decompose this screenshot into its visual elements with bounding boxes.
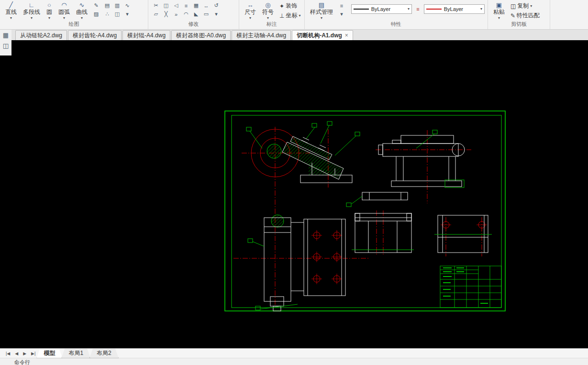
ribbon-group-modify: ✂ ◫ ◁ ≡ ▦ ↔ ↺ ▱ ╳ » ◠ ◣ ▭ ▾ 修改 [148,0,239,29]
paste-button-label: 粘贴 [493,8,505,16]
file-tab-label: 横封齿轮-A4.dwg [73,32,117,40]
chevron-down-icon[interactable]: ▾ [211,10,221,18]
erase-icon[interactable]: ✂ [151,1,161,10]
match-properties-icon: ✎ [510,12,515,19]
circle-button[interactable]: ○ 圆 ▾ [44,1,55,20]
last-tab-icon[interactable]: ▶| [29,351,37,356]
layout-tab-bar: |◀ ◀ ▶ ▶| 模型 布局1 布局2 [0,348,588,358]
pencil-icon[interactable]: ✎ [91,1,101,10]
paste-icon: ▣ [496,2,502,8]
chevron-down-icon: ▾ [408,7,410,11]
tab-layout2[interactable]: 布局2 [89,349,119,358]
next-tab-icon[interactable]: ▶ [21,351,28,356]
curve-button[interactable]: ∿ 曲线 ▾ [74,1,90,20]
spline-icon[interactable]: ∿ [122,1,132,10]
ribbon-group-annotate: ↔ 尺寸 ▾ ◎ 符号 ▾ ✦ 装饰 ⊥ 坐标 [239,0,305,29]
arc-button[interactable]: ◠ 圆弧 ▾ [56,1,72,20]
annotate-stack: ✦ 装饰 ⊥ 坐标 ▾ [277,1,302,20]
coordinate-button-label: 坐标 [286,11,297,20]
properties-icons: ≡ ▾ [337,1,346,18]
rotate-icon[interactable]: ↺ [211,1,221,10]
style-manager-label: 样式管理 [310,8,333,16]
scale-icon[interactable]: ▱ [151,10,161,18]
dimension-icon: ↔ [247,2,254,8]
copy-icon[interactable]: ◫ [161,1,171,10]
file-tab[interactable]: 横封器终图-A0.dwg [171,30,231,40]
chevron-down-icon: ▾ [81,16,83,20]
fillet-icon[interactable]: ◠ [181,10,191,18]
coordinate-button[interactable]: ⊥ 坐标 ▾ [277,11,302,20]
copy-button[interactable]: ◫ 复制 ▾ [509,1,542,11]
polyline-button-label: 多段线 [23,8,40,16]
chevron-down-icon: ▾ [530,4,532,8]
dimension-button[interactable]: ↔ 尺寸 ▾ [242,1,258,20]
chevron-down-icon[interactable]: ▾ [337,10,346,18]
ribbon-group-clipboard: ▣ 粘贴 ▾ ◫ 复制 ▾ ✎ 特性匹配 剪切板 [488,0,550,29]
decor-button[interactable]: ✦ 装饰 [277,1,302,11]
copy-object-icon[interactable]: ◫ [112,10,122,18]
copy-button-label: 复制 [517,2,529,10]
trim-icon[interactable]: ╳ [161,10,171,18]
properties-panel-icon[interactable]: ≡ [337,1,346,10]
layer-panel-icon[interactable]: ▦ [1,31,11,39]
file-tab[interactable]: 横封主动轴-A4.dwg [232,30,291,40]
draw-icon-grid: ▤ ▥ ∿ ∴ ◫ ▾ [102,1,133,19]
style-manager-button[interactable]: ▤ 样式管理 ▾ [308,1,335,20]
drawing-canvas[interactable] [0,40,588,348]
ribbon-filler [550,0,588,29]
paste-button[interactable]: ▣ 粘贴 ▾ [491,1,507,20]
curve-icon: ∿ [79,2,85,8]
draw-group-label[interactable]: 绘图 [0,20,148,29]
array-icon[interactable]: ▦ [191,1,201,10]
chamfer-icon[interactable]: ◣ [191,10,201,18]
gradient-icon[interactable]: ▥ [112,1,122,10]
cad-drawing[interactable] [0,40,588,348]
match-properties-button[interactable]: ✎ 特性匹配 [509,11,542,20]
line-color-dropdown[interactable]: ByLayer ▾ [424,4,485,14]
arc-icon: ◠ [61,2,67,8]
linetype-value: ByLayer [371,6,405,12]
line-button[interactable]: ╱ 直线 ▾ [3,1,19,20]
first-tab-icon[interactable]: |◀ [4,351,12,356]
file-tab[interactable]: 从动链轮A2.dwg [15,30,67,40]
offset-icon[interactable]: ≡ [181,1,191,10]
previous-tab-icon[interactable]: ◀ [13,351,20,356]
chevron-down-icon[interactable]: ▾ [122,10,132,18]
polyline-button[interactable]: ∟ 多段线 ▾ [21,1,43,20]
move-icon[interactable]: ↔ [201,1,211,10]
linetype-dropdown[interactable]: ByLayer ▾ [351,4,412,14]
hatch-icon[interactable]: ▨ [91,10,101,18]
point-icon[interactable]: ∴ [102,10,112,18]
explode-icon[interactable]: ▭ [201,10,211,18]
chevron-down-icon: ▾ [63,16,65,20]
chevron-down-icon: ▾ [498,16,500,20]
file-tab[interactable]: 横封辊-A4.dwg [122,30,170,40]
view-panel-icon[interactable]: ◫ [1,42,11,50]
mirror-icon[interactable]: ◁ [171,1,181,10]
tab-model[interactable]: 模型 [36,349,62,358]
properties-group-label[interactable]: 特性 [305,20,488,29]
file-tab-bar: 从动链轮A2.dwg 横封齿轮-A4.dwg 横封辊-A4.dwg 横封器终图-… [0,30,588,40]
style-manager-icon: ▤ [319,2,324,8]
clipboard-stack: ◫ 复制 ▾ ✎ 特性匹配 [509,1,542,20]
extend-icon[interactable]: » [171,10,181,18]
ribbon-group-properties: ▤ 样式管理 ▾ ≡ ▾ ByLayer ▾ ≡ ByLayer [305,0,488,29]
copy-icon: ◫ [510,3,516,10]
chevron-down-icon: ▾ [321,16,322,20]
chevron-down-icon: ▾ [48,16,50,20]
file-tab-active[interactable]: 切断机构-A1.dwg × [292,30,353,40]
annotate-group-content: ↔ 尺寸 ▾ ◎ 符号 ▾ ✦ 装饰 ⊥ 坐标 [239,0,304,20]
close-icon[interactable]: × [345,32,348,39]
chevron-down-icon: ▾ [299,14,300,18]
modify-group-label[interactable]: 修改 [148,20,239,29]
clipboard-group-label[interactable]: 剪切板 [488,20,550,29]
annotate-group-label[interactable]: 标注 [239,20,304,29]
file-tab[interactable]: 横封齿轮-A4.dwg [68,30,122,40]
chevron-down-icon: ▾ [10,16,12,20]
region-icon[interactable]: ▤ [102,1,112,10]
modify-group-content: ✂ ◫ ◁ ≡ ▦ ↔ ↺ ▱ ╳ » ◠ ◣ ▭ ▾ [148,0,239,20]
tab-layout1[interactable]: 布局1 [61,349,90,358]
line-color-icon[interactable]: ≡ [413,5,422,13]
command-line[interactable]: 命令行 [0,358,588,365]
symbol-button[interactable]: ◎ 符号 ▾ [260,1,276,20]
